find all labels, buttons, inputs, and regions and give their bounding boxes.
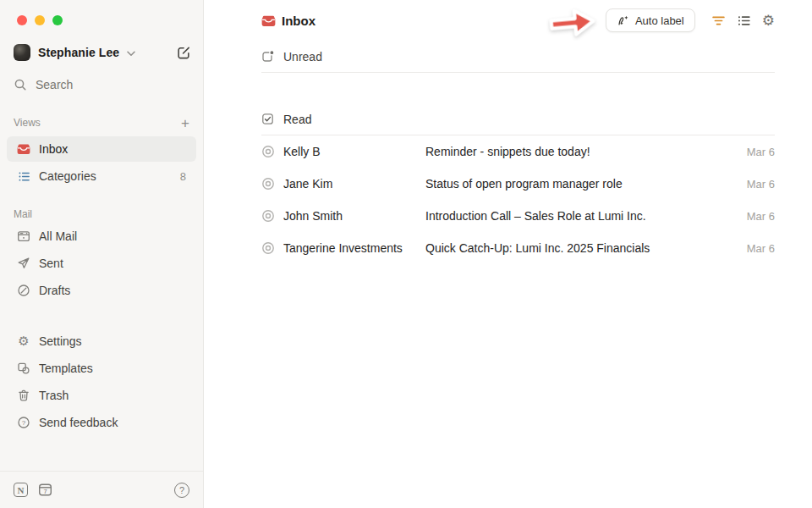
categories-icon: [17, 170, 30, 183]
email-date: Mar 6: [747, 210, 775, 223]
sidebar-item-label: All Mail: [39, 229, 77, 243]
sender-avatar-icon: [261, 209, 275, 223]
email-subject: Introduction Call – Sales Role at Lumi I…: [425, 209, 737, 223]
views-section-header: Views +: [0, 114, 203, 131]
minimize-window-button[interactable]: [35, 15, 45, 25]
sidebar-item-label: Categories: [39, 169, 96, 183]
sidebar-item-trash[interactable]: Trash: [7, 382, 196, 409]
notion-mail-app-icon[interactable]: N: [14, 483, 28, 497]
sender-avatar-icon: [261, 145, 275, 158]
zoom-window-button[interactable]: [52, 15, 63, 25]
search-icon: [14, 78, 27, 91]
notion-mail-window: Stephanie Lee Search Views +: [0, 0, 812, 508]
inbox-title: Inbox: [261, 14, 315, 28]
gear-icon: ⚙: [17, 335, 30, 348]
question-circle-icon: ?: [17, 416, 30, 429]
email-sender: John Smith: [283, 209, 425, 223]
annotation-arrow: [546, 4, 599, 41]
close-window-button[interactable]: [17, 15, 27, 25]
templates-icon: [17, 362, 30, 375]
section-label: Unread: [283, 50, 322, 64]
auto-label-icon: [617, 14, 629, 27]
send-icon: [17, 257, 30, 270]
categories-count-badge: 8: [180, 170, 186, 183]
sender-avatar-icon: [261, 241, 275, 255]
page-title: Inbox: [282, 14, 315, 28]
all-mail-icon: [17, 229, 30, 243]
mail-section-header: Mail: [0, 206, 203, 223]
email-date: Mar 6: [747, 146, 775, 158]
sidebar-item-label: Templates: [39, 362, 93, 375]
avatar: [14, 44, 30, 61]
auto-label-button-label: Auto label: [635, 14, 684, 27]
email-subject: Status of open program manager role: [425, 177, 737, 190]
views-list: Inbox Categories 8: [0, 136, 203, 189]
email-list: Unread Read Kelly B Reminder - snippets …: [204, 41, 812, 264]
email-row[interactable]: Jane Kim Status of open program manager …: [261, 168, 775, 200]
search-button[interactable]: Search: [0, 75, 203, 95]
email-date: Mar 6: [747, 178, 775, 190]
sidebar-item-sent[interactable]: Sent: [7, 250, 196, 277]
profile-name: Stephanie Lee: [38, 46, 119, 59]
inbox-header: Inbox Auto label: [204, 0, 812, 41]
notion-calendar-app-icon[interactable]: 7: [38, 483, 52, 497]
help-button[interactable]: ?: [174, 483, 189, 498]
sidebar-item-label: Drafts: [39, 284, 70, 297]
sidebar-item-settings[interactable]: ⚙ Settings: [7, 328, 196, 355]
sidebar-item-label: Trash: [39, 389, 69, 402]
draft-icon: [17, 284, 30, 297]
inbox-toolbar: Auto label ⚙: [546, 4, 775, 36]
filter-icon[interactable]: [711, 14, 726, 28]
unread-icon: [261, 50, 274, 63]
sidebar-item-drafts[interactable]: Drafts: [7, 277, 196, 304]
list-view-icon[interactable]: [737, 14, 751, 28]
email-date: Mar 6: [747, 242, 775, 255]
mail-list: All Mail Sent Drafts: [0, 223, 203, 304]
svg-text:?: ?: [22, 419, 26, 427]
add-view-button[interactable]: +: [181, 116, 189, 130]
unread-section-header[interactable]: Unread: [261, 41, 775, 73]
sidebar-item-send-feedback[interactable]: ? Send feedback: [7, 409, 196, 436]
sidebar-item-label: Sent: [39, 257, 63, 270]
sidebar-item-templates[interactable]: Templates: [7, 355, 196, 382]
email-sender: Kelly B: [283, 145, 425, 158]
sidebar-item-label: Inbox: [39, 142, 68, 156]
email-sender: Tangerine Investments: [283, 241, 425, 255]
email-row[interactable]: Tangerine Investments Quick Catch-Up: Lu…: [261, 232, 775, 264]
svg-text:7: 7: [43, 488, 47, 495]
email-sender: Jane Kim: [283, 177, 425, 190]
views-section-label: Views: [14, 117, 41, 129]
compose-icon[interactable]: [176, 45, 191, 60]
checkbox-checked-icon: [261, 113, 274, 125]
trash-icon: [17, 389, 30, 402]
sidebar-item-label: Settings: [39, 334, 82, 348]
email-subject: Quick Catch-Up: Lumi Inc. 2025 Financial…: [425, 241, 737, 255]
sidebar-item-label: Send feedback: [39, 416, 118, 429]
sidebar-item-categories[interactable]: Categories 8: [7, 163, 196, 189]
sidebar-item-inbox[interactable]: Inbox: [7, 136, 196, 162]
email-subject: Reminder - snippets due today!: [425, 145, 737, 158]
inbox-icon: [261, 14, 276, 28]
account-switcher[interactable]: Stephanie Lee: [0, 42, 203, 63]
sender-avatar-icon: [261, 177, 275, 190]
utility-list: ⚙ Settings Templates Trash ? Send feedba: [0, 328, 203, 436]
section-label: Read: [283, 113, 311, 126]
email-row[interactable]: Kelly B Reminder - snippets due today! M…: [261, 135, 775, 168]
mail-section-label: Mail: [14, 208, 32, 220]
window-controls: [0, 0, 203, 25]
gear-icon[interactable]: ⚙: [762, 14, 775, 28]
inbox-icon: [17, 142, 30, 156]
auto-label-button[interactable]: Auto label: [606, 8, 695, 32]
sidebar-footer: N 7 ?: [0, 471, 203, 508]
toolbar-icon-group: ⚙: [711, 14, 775, 28]
email-row[interactable]: John Smith Introduction Call – Sales Rol…: [261, 200, 775, 232]
mail-content-pane: Inbox Auto label: [204, 0, 812, 508]
read-section-header[interactable]: Read: [261, 103, 775, 135]
sidebar-item-all-mail[interactable]: All Mail: [7, 223, 196, 250]
chevron-down-icon: [127, 51, 135, 57]
sidebar: Stephanie Lee Search Views +: [0, 0, 204, 508]
search-label: Search: [36, 78, 73, 91]
